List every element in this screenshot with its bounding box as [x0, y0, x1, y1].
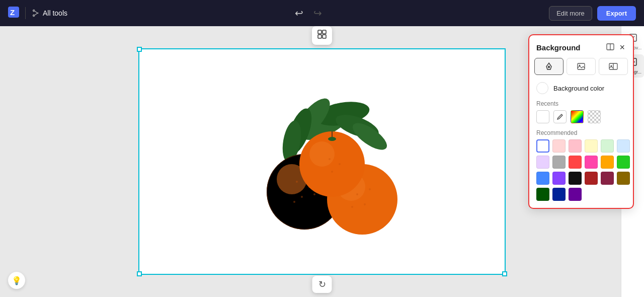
panel-close-button[interactable]: ×	[618, 41, 626, 54]
header-divider	[25, 7, 26, 19]
recommended-swatch[interactable]	[585, 156, 598, 169]
scissors-icon	[32, 9, 40, 17]
edit-more-button[interactable]: Edit more	[549, 6, 592, 21]
tab-split-image[interactable]	[599, 58, 628, 75]
handle-bottom-right[interactable]	[502, 271, 507, 276]
svg-point-23	[293, 201, 295, 203]
recommended-swatch[interactable]	[585, 139, 598, 153]
tab-fill[interactable]	[534, 58, 564, 75]
recent-swatch-rainbow[interactable]	[571, 110, 584, 123]
hint-button[interactable]: 💡	[8, 272, 25, 289]
recommended-swatch[interactable]	[569, 139, 582, 153]
svg-rect-44	[578, 63, 585, 69]
recommended-swatch[interactable]	[617, 172, 630, 185]
svg-point-31	[309, 141, 335, 167]
handle-top-left[interactable]	[137, 47, 142, 52]
svg-point-36	[328, 137, 336, 141]
svg-rect-7	[323, 35, 326, 38]
panel-title: Background	[536, 43, 581, 52]
recommended-swatch[interactable]	[585, 172, 598, 185]
svg-point-49	[561, 114, 562, 115]
hint-icon: 💡	[12, 276, 22, 285]
svg-point-33	[339, 163, 341, 165]
recommended-swatch[interactable]	[601, 172, 614, 185]
header-center: ↩ ↪	[67, 5, 549, 21]
background-color-row: Background color	[529, 80, 633, 100]
recommended-grid	[529, 139, 633, 208]
recommended-swatch[interactable]	[552, 172, 566, 185]
recommended-swatch[interactable]	[536, 172, 549, 185]
rotate-icon[interactable]: ↻	[318, 279, 326, 290]
svg-point-29	[351, 206, 353, 208]
recommended-swatch[interactable]	[617, 156, 630, 169]
recents-row	[529, 110, 633, 129]
canvas-image	[221, 76, 423, 247]
oranges-illustration	[226, 81, 418, 242]
recommended-swatch[interactable]	[569, 188, 582, 201]
background-panel: Background ×	[528, 34, 634, 209]
recommended-swatch[interactable]	[617, 139, 630, 153]
svg-rect-4	[318, 30, 321, 34]
panel-tabs	[529, 58, 633, 80]
eyedropper-icon	[556, 113, 564, 120]
svg-point-43	[548, 66, 550, 68]
svg-rect-6	[318, 35, 321, 38]
canvas-top-toolbar	[312, 26, 332, 45]
recommended-swatch[interactable]	[552, 139, 566, 153]
panel-header: Background ×	[529, 35, 633, 58]
all-tools-button[interactable]: All tools	[32, 9, 67, 17]
svg-point-34	[331, 171, 333, 173]
recommended-swatch[interactable]	[552, 188, 566, 201]
background-color-label: Background color	[553, 85, 604, 92]
svg-line-3	[35, 13, 38, 15]
header: Z All tools ↩ ↪ Edit more Export	[0, 0, 644, 26]
recommended-swatch[interactable]	[601, 139, 614, 153]
canvas-bottom-toolbar: ↻	[312, 276, 332, 293]
logo-icon: Z	[8, 7, 19, 20]
fill-icon	[544, 62, 553, 71]
header-right: Edit more Export	[549, 6, 636, 21]
svg-point-19	[296, 181, 298, 183]
recommended-label: Recommended	[529, 129, 633, 139]
svg-point-22	[313, 193, 315, 195]
image-icon	[577, 62, 586, 71]
color-preview[interactable]	[536, 82, 548, 94]
panel-header-icons: ×	[605, 41, 626, 54]
recommended-swatch[interactable]	[536, 139, 549, 153]
recent-swatch-white[interactable]	[536, 110, 549, 123]
split-image-icon	[609, 62, 618, 71]
recommended-swatch[interactable]	[601, 156, 614, 169]
canvas-container: ↻	[138, 48, 506, 275]
recent-swatch-eyedropper[interactable]	[553, 110, 567, 123]
handle-bottom-left[interactable]	[137, 271, 142, 276]
svg-point-28	[364, 203, 366, 205]
grid-icon[interactable]	[317, 29, 327, 42]
svg-point-32	[329, 158, 331, 160]
export-button[interactable]: Export	[597, 6, 636, 21]
undo-button[interactable]: ↩	[293, 5, 305, 21]
svg-point-21	[301, 196, 303, 198]
recent-swatch-transparent[interactable]	[588, 110, 601, 123]
recommended-swatch[interactable]	[536, 188, 549, 201]
recommended-swatch[interactable]	[552, 156, 566, 169]
panel-split-view-button[interactable]	[605, 42, 615, 53]
recommended-swatch[interactable]	[569, 156, 582, 169]
svg-rect-5	[323, 30, 326, 34]
recommended-swatch[interactable]	[536, 156, 549, 169]
recents-label: Recents	[529, 100, 633, 110]
recommended-swatch[interactable]	[569, 172, 582, 185]
svg-point-30	[299, 131, 365, 197]
svg-point-26	[369, 188, 371, 190]
svg-point-27	[356, 193, 358, 195]
tab-image[interactable]	[567, 58, 596, 75]
svg-text:Z: Z	[10, 8, 15, 17]
redo-button[interactable]: ↪	[311, 5, 324, 21]
all-tools-label: All tools	[43, 9, 67, 17]
